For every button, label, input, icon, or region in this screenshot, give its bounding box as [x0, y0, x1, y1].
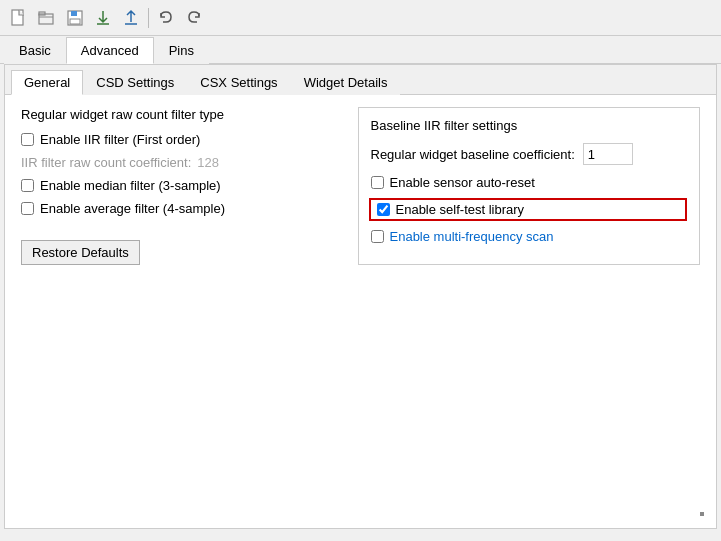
- open-file-button[interactable]: [34, 5, 60, 31]
- multi-freq-row: Enable multi-frequency scan: [371, 229, 688, 244]
- right-panel: Baseline IIR filter settings Regular wid…: [358, 107, 701, 265]
- median-filter-label: Enable median filter (3-sample): [40, 178, 221, 193]
- tab-csd-settings[interactable]: CSD Settings: [83, 70, 187, 95]
- coeff-row: Regular widget baseline coefficient:: [371, 143, 688, 165]
- redo-button[interactable]: [181, 5, 207, 31]
- left-section-title: Regular widget raw count filter type: [21, 107, 338, 122]
- restore-defaults-button[interactable]: Restore Defaults: [21, 240, 140, 265]
- iir-coeff-row: IIR filter raw count coefficient: 128: [21, 155, 338, 170]
- right-section-title: Baseline IIR filter settings: [371, 118, 688, 133]
- iir-coeff-label: IIR filter raw count coefficient:: [21, 155, 191, 170]
- resize-handle[interactable]: [700, 512, 704, 516]
- median-filter-row: Enable median filter (3-sample): [21, 178, 338, 193]
- upload-button[interactable]: [118, 5, 144, 31]
- general-tab-content: Regular widget raw count filter type Ena…: [5, 95, 716, 277]
- inner-tabs: General CSD Settings CSX Settings Widget…: [5, 65, 716, 95]
- auto-reset-label: Enable sensor auto-reset: [390, 175, 535, 190]
- average-filter-label: Enable average filter (4-sample): [40, 201, 225, 216]
- tab-advanced[interactable]: Advanced: [66, 37, 154, 64]
- iir-filter-checkbox[interactable]: [21, 133, 34, 146]
- iir-filter-label: Enable IIR filter (First order): [40, 132, 200, 147]
- self-test-label: Enable self-test library: [396, 202, 525, 217]
- average-filter-row: Enable average filter (4-sample): [21, 201, 338, 216]
- top-tabs: Basic Advanced Pins: [0, 36, 721, 64]
- tab-basic[interactable]: Basic: [4, 37, 66, 64]
- download-button[interactable]: [90, 5, 116, 31]
- auto-reset-row: Enable sensor auto-reset: [371, 175, 688, 190]
- median-filter-checkbox[interactable]: [21, 179, 34, 192]
- svg-rect-0: [12, 10, 23, 25]
- self-test-checkbox[interactable]: [377, 203, 390, 216]
- tab-widget-details[interactable]: Widget Details: [291, 70, 401, 95]
- coeff-label: Regular widget baseline coefficient:: [371, 147, 575, 162]
- tab-pins[interactable]: Pins: [154, 37, 209, 64]
- tab-csx-settings[interactable]: CSX Settings: [187, 70, 290, 95]
- self-test-row: Enable self-test library: [369, 198, 688, 221]
- save-file-button[interactable]: [62, 5, 88, 31]
- tab-general[interactable]: General: [11, 70, 83, 95]
- left-panel: Regular widget raw count filter type Ena…: [21, 107, 338, 265]
- auto-reset-checkbox[interactable]: [371, 176, 384, 189]
- main-content: General CSD Settings CSX Settings Widget…: [4, 64, 717, 529]
- new-file-button[interactable]: [6, 5, 32, 31]
- undo-button[interactable]: [153, 5, 179, 31]
- multi-freq-label: Enable multi-frequency scan: [390, 229, 554, 244]
- toolbar-separator-1: [148, 8, 149, 28]
- coeff-input[interactable]: [583, 143, 633, 165]
- toolbar: [0, 0, 721, 36]
- iir-filter-row: Enable IIR filter (First order): [21, 132, 338, 147]
- svg-rect-5: [71, 11, 77, 16]
- multi-freq-checkbox[interactable]: [371, 230, 384, 243]
- iir-coeff-value: 128: [197, 155, 219, 170]
- average-filter-checkbox[interactable]: [21, 202, 34, 215]
